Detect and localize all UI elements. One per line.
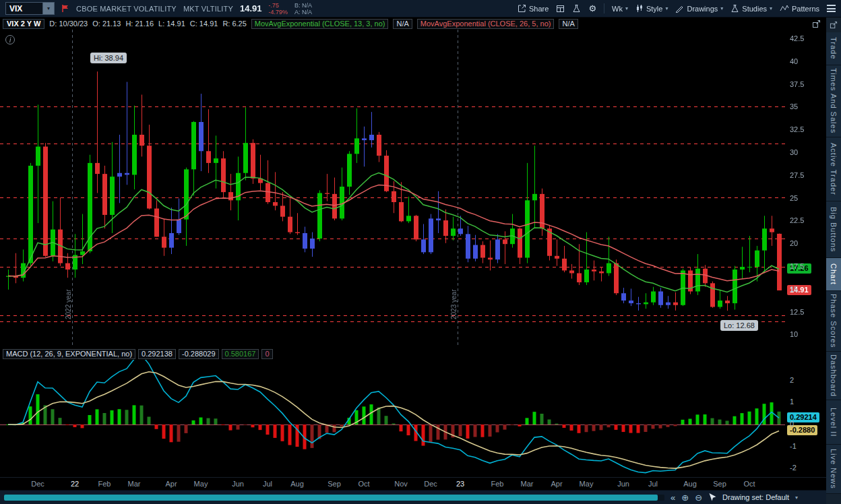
sidebar-tab-label: Level II <box>830 408 838 437</box>
price-tick: 30 <box>790 148 798 156</box>
share-button[interactable]: Share <box>518 4 549 13</box>
scrollbar-thumb[interactable] <box>4 495 658 501</box>
flag-icon[interactable] <box>61 4 69 13</box>
price-tick: 27.5 <box>790 171 804 179</box>
sidebar-tab-label: Chart <box>830 263 838 285</box>
price-tick: 17.5 <box>790 262 804 270</box>
last-price: 14.91 <box>240 3 262 13</box>
timeframe-button[interactable]: Wk ▾ <box>612 5 628 13</box>
month-tick: Jul <box>263 480 272 488</box>
timeframe-label: Wk <box>612 5 623 13</box>
time-axis[interactable]: Dec22FebMarAprMayJunJulAugSepOctNovDec23… <box>0 477 826 490</box>
sidebar-tab-chart[interactable]: Chart <box>826 258 841 291</box>
macd-axis[interactable]: 0.29214 -0.2880 210-1-2 <box>785 360 826 477</box>
patterns-button[interactable]: Patterns <box>780 4 819 13</box>
candlestick-icon <box>635 4 644 13</box>
symbol-input[interactable]: VIX <box>5 2 43 15</box>
share-label: Share <box>529 5 549 13</box>
toolbar-actions: Share ⚙ Wk ▾ Style ▾ Draw <box>518 3 836 13</box>
macd-header: MACD (12, 26, 9, EXPONENTIAL, no) 0.2921… <box>0 348 785 360</box>
chart-settings-button[interactable]: ⚙ <box>588 4 596 13</box>
bid-ask-stack: B: N/A A: N/A <box>294 2 312 15</box>
hamburger-icon <box>827 5 836 12</box>
macd-value: 0.292138 <box>138 349 176 359</box>
symbol-dropdown-button[interactable]: ▾ <box>43 2 55 15</box>
drawings-button[interactable]: Drawings ▾ <box>675 4 723 13</box>
main-price-chart[interactable] <box>0 30 785 348</box>
chart-symbol-label[interactable]: VIX 2 Y W <box>3 19 44 29</box>
bid-value: B: N/A <box>294 2 312 9</box>
style-button[interactable]: Style ▾ <box>635 4 668 13</box>
sidebar-tab-active-trader[interactable]: Active Trader <box>826 137 841 201</box>
zoom-out-icon[interactable]: ⊖ <box>695 493 702 502</box>
sidebar-tab-trade[interactable]: Trade <box>826 32 841 65</box>
month-tick: Apr <box>165 480 177 488</box>
sidebar-tab-label: Dashboard <box>830 354 838 397</box>
pencil-icon <box>675 4 684 13</box>
study-ema-fast-label[interactable]: MovAvgExponential (CLOSE, 13, 3, no) <box>251 19 389 29</box>
macd-tick: 1 <box>790 398 794 406</box>
month-tick: Feb <box>98 480 111 488</box>
study-ema-slow-label[interactable]: MovAvgExponential (CLOSE, 26, 5, no) <box>417 19 555 29</box>
macd-study-label[interactable]: MACD (12, 26, 9, EXPONENTIAL, no) <box>3 349 135 359</box>
style-label: Style <box>646 5 662 13</box>
sidebar-tab-times-and-sales[interactable]: Times And Sales <box>826 65 841 137</box>
sidebar-tab-label: Big Buttons <box>830 207 838 252</box>
sidebar-tab-phase-scores[interactable]: Phase Scores <box>826 291 841 352</box>
month-tick: Jun <box>617 480 629 488</box>
study-ema-fast-value: N/A <box>393 19 412 29</box>
sidebar-popout-icon[interactable] <box>826 18 841 32</box>
sidebar-tab-label: Active Trader <box>830 143 838 195</box>
menu-button[interactable] <box>827 5 836 12</box>
sidebar-tab-level-ii[interactable]: Level II <box>826 400 841 445</box>
change-percent: -4.79% <box>269 9 288 15</box>
price-tick: 32.5 <box>790 125 804 133</box>
month-tick: Oct <box>358 480 369 488</box>
month-tick: Mar <box>128 480 141 488</box>
price-tick: 15 <box>790 285 798 293</box>
cursor-icon[interactable] <box>708 493 716 502</box>
macd-tick: 0 <box>790 420 794 428</box>
grid-icon <box>556 4 565 13</box>
study-ema-slow-value: N/A <box>559 19 578 29</box>
month-tick: Oct <box>743 480 755 488</box>
drawings-label: Drawings <box>687 5 718 13</box>
price-tick: 10 <box>790 330 798 338</box>
quick-study-button[interactable] <box>572 4 581 13</box>
macd-avg: -0.288029 <box>179 349 219 359</box>
price-tick: 37.5 <box>790 80 804 88</box>
macd-chart[interactable] <box>0 360 785 477</box>
drawing-set-label[interactable]: Drawing set: Default <box>722 493 789 501</box>
ask-value: A: N/A <box>294 9 312 15</box>
price-tick: 22.5 <box>790 216 804 224</box>
share-icon <box>518 4 526 13</box>
price-axis[interactable]: 17.26 14.91 42.54037.53532.53027.52522.5… <box>785 30 826 348</box>
studies-button[interactable]: Studies ▾ <box>730 4 772 13</box>
status-bar: « ⊕ ⊖ Drawing set: Default ▾ <box>0 490 826 504</box>
month-tick: Dec <box>31 480 44 488</box>
symbol-combo: VIX ▾ <box>5 2 55 15</box>
month-tick: Nov <box>394 480 408 488</box>
month-tick: May <box>580 480 594 488</box>
chart-expand-icon[interactable] <box>812 20 821 28</box>
grid-layout-button[interactable] <box>556 4 565 13</box>
ohlc-range: R: 6.25 <box>222 20 246 28</box>
sidebar-tab-dashboard[interactable]: Dashboard <box>826 352 841 400</box>
sidebar-tab-big-buttons[interactable]: Big Buttons <box>826 201 841 258</box>
sidebar-tab-label: Times And Sales <box>830 68 838 133</box>
chevron-down-icon: ▾ <box>795 495 798 501</box>
pan-left-icon[interactable]: « <box>671 493 675 502</box>
gear-icon: ⚙ <box>588 4 596 13</box>
month-tick: Aug <box>683 480 697 488</box>
price-tick: 25 <box>790 194 798 202</box>
gadget-sidebar: TradeTimes And SalesActive TraderBig But… <box>826 18 841 504</box>
sidebar-tab-live-news[interactable]: Live News <box>826 445 841 493</box>
beaker-icon <box>572 4 581 13</box>
sidebar-tab-label: Phase Scores <box>830 294 838 348</box>
toolbar-separator <box>604 3 604 13</box>
month-tick: Jun <box>232 480 244 488</box>
chart-horizontal-scrollbar[interactable] <box>4 495 664 501</box>
zoom-in-icon[interactable]: ⊕ <box>681 493 689 502</box>
month-tick: Sep <box>328 480 341 488</box>
ohlc-low: L: 14.91 <box>158 20 185 28</box>
